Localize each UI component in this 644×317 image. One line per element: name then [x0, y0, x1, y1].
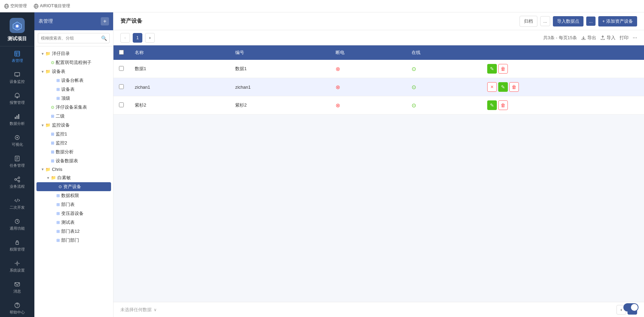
- tree-item-device-data-table[interactable]: ⊞ 设备数据表: [34, 156, 113, 165]
- nav-item-message[interactable]: 消息: [0, 277, 34, 298]
- nav-item-table[interactable]: 表管理: [0, 46, 34, 67]
- tree-item-department-table[interactable]: ⊞ 部门表: [34, 200, 113, 209]
- add-asset-button[interactable]: + 添加资产设备: [598, 16, 637, 26]
- svg-rect-19: [17, 116, 18, 119]
- tree-toggle[interactable]: ▼: [40, 70, 45, 74]
- select-all-checkbox[interactable]: [119, 50, 124, 55]
- tree-item-baisumi[interactable]: ▼ 📁 白素敏: [34, 173, 113, 182]
- tree-label: 监控2: [56, 140, 110, 146]
- row-checkbox-cell[interactable]: [113, 96, 129, 114]
- airiot-management-label: AIRIOT项目管理: [40, 3, 70, 9]
- svg-line-30: [17, 178, 18, 179]
- nav-item-task[interactable]: 任务管理: [0, 151, 34, 172]
- svg-point-22: [17, 137, 18, 138]
- edit-button[interactable]: ✎: [487, 100, 497, 110]
- folder-icon: 📁: [51, 175, 56, 180]
- row-checkbox[interactable]: [119, 102, 124, 107]
- current-page-button[interactable]: 1: [133, 33, 142, 43]
- sidebar-add-button[interactable]: +: [101, 17, 109, 25]
- tree-item-device-tables[interactable]: ▼ 📁 设备表: [34, 67, 113, 76]
- tree-item-data-analysis-table[interactable]: ⊞ 数据分析: [34, 147, 113, 156]
- svg-rect-18: [15, 117, 16, 119]
- tree-toggle[interactable]: ▼: [40, 167, 45, 171]
- airiot-management-link[interactable]: AIRIOT项目管理: [34, 3, 70, 9]
- tree-item-toplevel[interactable]: ⊞ 顶级: [34, 94, 113, 103]
- import-datapoint-button[interactable]: 导入数据点: [553, 16, 583, 26]
- svg-point-29: [18, 181, 20, 182]
- nav-item-data-analysis[interactable]: 数据分析: [0, 109, 34, 130]
- tree-item-transformer-device[interactable]: ⊞ 变压器设备: [34, 209, 113, 218]
- sidebar-search-input[interactable]: [38, 33, 110, 43]
- row-checkbox-cell[interactable]: [113, 78, 129, 96]
- folder-icon: 📁: [45, 167, 51, 172]
- row-checkbox[interactable]: [119, 84, 124, 89]
- col-header-code: 编号: [230, 45, 330, 60]
- delete-button[interactable]: 🗑: [498, 100, 508, 110]
- select-placeholder: 未选择任何数据: [120, 307, 152, 313]
- tree-item-monitor2[interactable]: ⊞ 监控2: [34, 139, 113, 147]
- nav-item-workflow[interactable]: 业务流程: [0, 172, 34, 193]
- svg-point-8: [16, 25, 19, 28]
- import-button[interactable]: 导入: [600, 35, 615, 41]
- tree-item-yangzai-collect[interactable]: ⊙ 洋仔设备采集表: [34, 103, 113, 112]
- sidebar-title: 表管理: [39, 18, 53, 24]
- tree-label: 测试表: [61, 219, 110, 226]
- tree-item-chris[interactable]: ▼ 📁 Chris: [34, 165, 113, 173]
- tree-item-device-account[interactable]: ⊞ 设备台帐表: [34, 76, 113, 85]
- edit-button[interactable]: ✎: [498, 82, 508, 92]
- monitor-nav-icon: [14, 72, 20, 78]
- row-checkbox-cell[interactable]: [113, 60, 129, 78]
- next-page-button[interactable]: ›: [145, 33, 155, 43]
- table-header-checkbox[interactable]: [113, 45, 129, 60]
- nav-dev2-label: 二次开发: [10, 205, 25, 210]
- tree-item-dept-table12[interactable]: ⊞ 部门表12: [34, 227, 113, 236]
- toggle-knob: [631, 304, 638, 311]
- more-toolbar-button[interactable]: ⋯: [633, 35, 637, 40]
- tree-item-config-example[interactable]: ⊙ 配置琪苟流程例子: [34, 58, 113, 67]
- tree-item-asset-device[interactable]: ⊙ 资产设备: [36, 182, 111, 191]
- tree-item-yangzai[interactable]: ▼ 📁 洋仔目录: [34, 49, 113, 58]
- delete-button[interactable]: 🗑: [498, 64, 508, 74]
- export-button[interactable]: 导出: [581, 35, 596, 41]
- print-button[interactable]: 打印: [620, 35, 629, 41]
- svg-rect-20: [18, 114, 19, 119]
- tree-item-second-level[interactable]: ⊞ 二级: [34, 112, 113, 121]
- tree-item-test-table[interactable]: ⊞ 测试表: [34, 218, 113, 227]
- tree-item-monitor-devices[interactable]: ▼ 📁 监控设备: [34, 121, 113, 130]
- toggle-switch[interactable]: [623, 303, 638, 311]
- nav-item-alarm[interactable]: 报警管理: [0, 88, 34, 109]
- nav-item-help[interactable]: 帮助中心: [0, 298, 34, 317]
- import-more-button[interactable]: ...: [586, 17, 596, 26]
- tree-toggle[interactable]: ▼: [45, 176, 51, 180]
- nav-item-visual[interactable]: 可视化: [0, 130, 34, 151]
- nav-item-permissions[interactable]: 权限管理: [0, 235, 34, 256]
- prev-page-button[interactable]: ‹: [120, 33, 130, 43]
- edit-button[interactable]: ✎: [487, 64, 497, 74]
- nav-message-label: 消息: [13, 289, 21, 294]
- tree-label: 变压器设备: [61, 210, 110, 217]
- row-checkbox[interactable]: [119, 66, 124, 71]
- globe-icon: [4, 4, 9, 9]
- nav-item-general[interactable]: 通用功能: [0, 214, 34, 235]
- nav-item-system[interactable]: 系统设置: [0, 256, 34, 277]
- space-management-link[interactable]: 空间管理: [4, 3, 27, 9]
- nav-item-device-monitor[interactable]: 设备监控: [0, 67, 34, 88]
- row-code: 数据1: [230, 60, 330, 78]
- tree-item-device-table[interactable]: ⊞ 设备表: [34, 85, 113, 94]
- delete-button[interactable]: 🗑: [509, 82, 519, 92]
- row-power-off: ⊗: [330, 78, 406, 96]
- row-power-off: ⊗: [330, 60, 406, 78]
- tree-item-monitor1[interactable]: ⊞ 监控1: [34, 130, 113, 139]
- tree-toggle[interactable]: ▼: [40, 123, 45, 127]
- archive-more-button[interactable]: ...: [540, 16, 550, 26]
- bottom-select[interactable]: 未选择任何数据 ∨: [120, 307, 157, 313]
- archive-button[interactable]: 归档: [520, 16, 537, 27]
- nav-item-dev2[interactable]: 二次开发: [0, 193, 34, 214]
- tree-toggle[interactable]: ▼: [40, 52, 45, 56]
- tree-item-data-permissions[interactable]: ⊞ 数据权限: [34, 191, 113, 200]
- content-toolbar: ‹ 1 › 共3条 - 每页15条 导出: [113, 30, 644, 45]
- tree-item-dept-dept[interactable]: ⊞ 部门部门: [34, 236, 113, 245]
- cancel-button[interactable]: ✕: [487, 82, 497, 92]
- svg-rect-9: [15, 51, 20, 56]
- col-header-power-off: 断电: [330, 45, 406, 60]
